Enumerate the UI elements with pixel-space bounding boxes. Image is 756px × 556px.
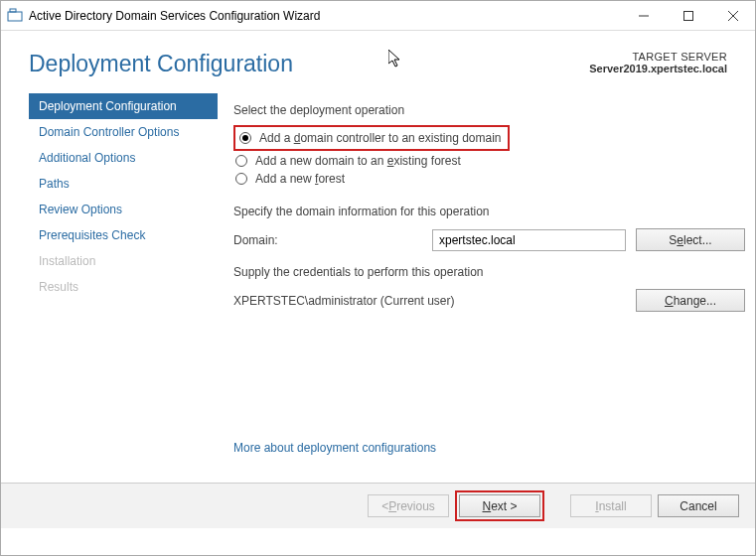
highlight-next: Next >	[455, 490, 544, 521]
target-server: TARGET SERVER Server2019.xpertstec.local	[589, 51, 727, 74]
nav-domain-controller-options[interactable]: Domain Controller Options	[29, 119, 218, 145]
radio-icon	[239, 132, 251, 144]
nav-review-options[interactable]: Review Options	[29, 197, 218, 222]
nav-deployment-configuration[interactable]: Deployment Configuration	[29, 93, 218, 119]
highlight-radio-1: Add a domain controller to an existing d…	[233, 125, 510, 151]
domain-input[interactable]	[432, 229, 626, 251]
radio-icon	[235, 155, 247, 167]
svg-rect-1	[10, 9, 16, 12]
close-button[interactable]	[710, 1, 755, 30]
radio-label: Add a new domain to an existing forest	[255, 154, 461, 168]
nav-prerequisites-check[interactable]: Prerequisites Check	[29, 222, 218, 248]
next-button[interactable]: Next >	[459, 494, 540, 517]
change-button[interactable]: Change...	[636, 289, 745, 312]
nav-installation: Installation	[29, 248, 218, 274]
radio-icon	[235, 173, 247, 185]
more-link[interactable]: More about deployment configurations	[233, 441, 436, 455]
select-button[interactable]: Select...	[636, 228, 745, 251]
target-server-value: Server2019.xpertstec.local	[589, 63, 727, 74]
titlebar: Active Directory Domain Services Configu…	[1, 1, 755, 31]
install-button: Install	[570, 494, 652, 517]
nav-paths[interactable]: Paths	[29, 171, 218, 197]
wizard-nav: Deployment Configuration Domain Controll…	[29, 87, 218, 483]
radio-add-dc-existing-domain[interactable]: Add a domain controller to an existing d…	[237, 130, 504, 146]
app-icon	[7, 8, 23, 24]
cancel-button[interactable]: Cancel	[658, 494, 739, 517]
domain-label: Domain:	[233, 233, 432, 247]
page-title: Deployment Configuration	[29, 51, 589, 77]
minimize-button[interactable]	[621, 1, 666, 30]
footer: < Previous Next > Install Cancel	[1, 483, 755, 528]
svg-rect-0	[8, 12, 22, 21]
nav-results: Results	[29, 274, 218, 300]
maximize-button[interactable]	[666, 1, 710, 30]
main-panel: Select the deployment operation Add a do…	[218, 87, 745, 483]
svg-rect-3	[683, 11, 692, 20]
domain-info-label: Specify the domain information for this …	[233, 205, 745, 218]
nav-additional-options[interactable]: Additional Options	[29, 145, 218, 171]
operation-label: Select the deployment operation	[233, 103, 745, 117]
radio-label: Add a new forest	[255, 172, 345, 186]
radio-add-domain-existing-forest[interactable]: Add a new domain to an existing forest	[233, 153, 745, 169]
window-title: Active Directory Domain Services Configu…	[29, 9, 621, 23]
header: Deployment Configuration TARGET SERVER S…	[1, 31, 755, 87]
previous-button: < Previous	[368, 494, 449, 517]
creds-label: Supply the credentials to perform this o…	[233, 265, 745, 279]
radio-add-new-forest[interactable]: Add a new forest	[233, 171, 745, 187]
target-server-label: TARGET SERVER	[589, 51, 727, 63]
radio-label: Add a domain controller to an existing d…	[259, 131, 502, 145]
creds-value: XPERTSTEC\administrator (Current user)	[233, 294, 626, 308]
